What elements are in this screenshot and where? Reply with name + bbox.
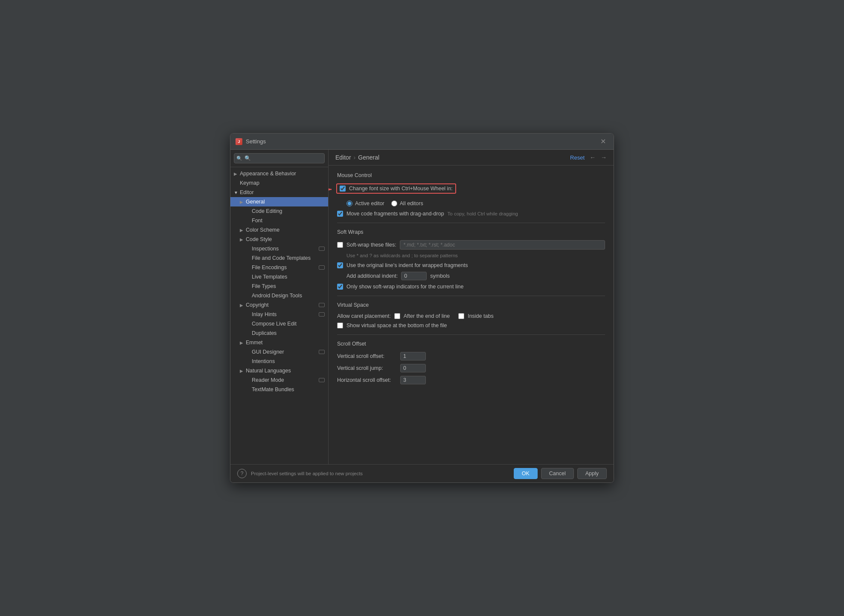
dialog-body: 🔍 ▶ Appearance & Behavior Keymap ▼ bbox=[230, 150, 614, 464]
sidebar-item-label-fe: File Encodings bbox=[252, 264, 287, 270]
sidebar-item-label-inspections: Inspections bbox=[252, 246, 279, 252]
close-button[interactable]: ✕ bbox=[598, 137, 608, 146]
sidebar-item-emmet[interactable]: ▶ Emmet bbox=[230, 338, 328, 347]
radio-all-editors-input[interactable] bbox=[391, 200, 397, 206]
after-end-checkbox[interactable] bbox=[394, 313, 400, 319]
breadcrumb-parent: Editor bbox=[335, 154, 351, 161]
sidebar-item-label-code-style: Code Style bbox=[246, 236, 272, 242]
sidebar-item-reader-mode[interactable]: Reader Mode bbox=[230, 375, 328, 385]
sidebar-item-copyright[interactable]: ▶ Copyright bbox=[230, 300, 328, 310]
only-show-wrap-row: Only show soft-wrap indicators for the c… bbox=[337, 284, 605, 290]
horizontal-offset-input[interactable] bbox=[400, 376, 426, 384]
use-original-indent-checkbox[interactable] bbox=[337, 262, 343, 268]
sidebar-item-inlay-hints[interactable]: Inlay Hints bbox=[230, 310, 328, 319]
sidebar-item-gui-designer[interactable]: GUI Designer bbox=[230, 347, 328, 357]
main-content: Editor › General Reset ← → Mouse Control bbox=[329, 150, 614, 464]
change-font-size-checkbox[interactable] bbox=[340, 186, 346, 192]
soft-wrap-input[interactable] bbox=[400, 240, 605, 250]
sidebar-item-label-code-editing: Code Editing bbox=[252, 208, 282, 214]
sidebar-item-compose-live-edit[interactable]: Compose Live Edit bbox=[230, 319, 328, 328]
add-indent-label: Add additional indent: bbox=[346, 273, 398, 279]
sidebar-item-label-intentions: Intentions bbox=[252, 358, 275, 364]
radio-active-editor: Active editor bbox=[346, 200, 384, 206]
soft-wrap-checkbox[interactable] bbox=[337, 242, 343, 248]
badge-rm bbox=[319, 378, 325, 382]
use-original-indent-row: Use the original line's indent for wrapp… bbox=[337, 262, 605, 268]
show-virtual-label: Show virtual space at the bottom of the … bbox=[346, 323, 447, 328]
forward-button[interactable]: → bbox=[601, 154, 607, 161]
reset-button[interactable]: Reset bbox=[570, 154, 585, 161]
move-code-checkbox[interactable] bbox=[337, 211, 343, 217]
tree-arrow-emmet: ▶ bbox=[240, 340, 246, 345]
only-show-wrap-checkbox[interactable] bbox=[337, 284, 343, 290]
sidebar-item-keymap[interactable]: Keymap bbox=[230, 178, 328, 188]
search-icon: 🔍 bbox=[236, 156, 242, 161]
sidebar-item-code-editing[interactable]: Code Editing bbox=[230, 206, 328, 216]
sidebar-item-label-adt: Android Design Tools bbox=[252, 293, 302, 299]
allow-caret-row: Allow caret placement: After the end of … bbox=[337, 313, 605, 319]
show-virtual-checkbox[interactable] bbox=[337, 323, 343, 328]
radio-active-editor-input[interactable] bbox=[346, 200, 352, 206]
sidebar-item-label-inlay-hints: Inlay Hints bbox=[252, 311, 276, 317]
move-code-row: Move code fragments with drag-and-drop T… bbox=[337, 211, 605, 217]
tree-arrow-general: ▶ bbox=[240, 200, 246, 204]
sidebar-item-font[interactable]: Font bbox=[230, 216, 328, 225]
add-indent-input[interactable] bbox=[401, 272, 427, 280]
sidebar-item-code-style[interactable]: ▶ Code Style bbox=[230, 235, 328, 244]
title-bar: J Settings ✕ bbox=[230, 134, 614, 150]
use-original-indent-label: Use the original line's indent for wrapp… bbox=[346, 262, 468, 268]
move-code-hint: To copy, hold Ctrl while dragging bbox=[448, 211, 518, 216]
search-input[interactable] bbox=[234, 153, 325, 163]
sidebar-item-file-encodings[interactable]: File Encodings bbox=[230, 263, 328, 272]
sidebar-item-intentions[interactable]: Intentions bbox=[230, 357, 328, 366]
footer-hint: Project-level settings will be applied t… bbox=[251, 471, 514, 476]
badge-fe bbox=[319, 265, 325, 270]
footer-buttons: OK Cancel Apply bbox=[514, 468, 607, 479]
cancel-button[interactable]: Cancel bbox=[541, 468, 574, 479]
vertical-offset-label: Vertical scroll offset: bbox=[337, 353, 397, 359]
sidebar-item-android-design[interactable]: Android Design Tools bbox=[230, 291, 328, 300]
sidebar-item-appearance[interactable]: ▶ Appearance & Behavior bbox=[230, 169, 328, 178]
scroll-offset-title: Scroll Offset bbox=[337, 341, 605, 347]
help-button[interactable]: ? bbox=[237, 469, 247, 478]
soft-wrap-label: Soft-wrap these files: bbox=[346, 242, 396, 248]
mouse-control-title: Mouse Control bbox=[337, 172, 605, 178]
ok-button[interactable]: OK bbox=[514, 468, 538, 479]
sidebar-item-inspections[interactable]: Inspections bbox=[230, 244, 328, 253]
sidebar-item-file-types[interactable]: File Types bbox=[230, 282, 328, 291]
sidebar-item-color-scheme[interactable]: ▶ Color Scheme bbox=[230, 225, 328, 235]
annotation-arrow bbox=[329, 183, 335, 195]
sidebar-item-file-code-templates[interactable]: File and Code Templates bbox=[230, 253, 328, 263]
sidebar-item-general[interactable]: ▶ General bbox=[230, 197, 328, 206]
tree-arrow-copy: ▶ bbox=[240, 303, 246, 308]
change-font-size-row: Change font size with Ctrl+Mouse Wheel i… bbox=[336, 183, 456, 194]
sidebar-item-live-templates[interactable]: Live Templates bbox=[230, 272, 328, 282]
sidebar-item-label-appearance: Appearance & Behavior bbox=[240, 171, 296, 177]
sidebar-item-label-font: Font bbox=[252, 218, 262, 224]
sidebar-item-duplicates[interactable]: Duplicates bbox=[230, 328, 328, 338]
sidebar-item-editor[interactable]: ▼ Editor bbox=[230, 188, 328, 197]
vertical-offset-input[interactable] bbox=[400, 352, 426, 360]
sidebar-item-label-ft: File Types bbox=[252, 283, 276, 289]
sidebar-item-label-rm: Reader Mode bbox=[252, 377, 284, 383]
sidebar-item-label-copyright: Copyright bbox=[246, 302, 269, 308]
sidebar-item-label-cle: Compose Live Edit bbox=[252, 321, 297, 327]
vertical-jump-input[interactable] bbox=[400, 364, 426, 372]
sidebar-item-natural-langs[interactable]: ▶ Natural Languages bbox=[230, 366, 328, 375]
badge-copyright bbox=[319, 303, 325, 307]
main-header: Editor › General Reset ← → bbox=[329, 150, 614, 166]
radio-group-editors: Active editor All editors bbox=[346, 200, 605, 206]
badge-inspections bbox=[319, 247, 325, 251]
after-end-label: After the end of line bbox=[404, 313, 450, 319]
apply-button[interactable]: Apply bbox=[577, 468, 607, 479]
vertical-jump-label: Vertical scroll jump: bbox=[337, 365, 397, 371]
only-show-wrap-label: Only show soft-wrap indicators for the c… bbox=[346, 284, 463, 290]
breadcrumb: Editor › General bbox=[335, 154, 570, 161]
back-button[interactable]: ← bbox=[590, 154, 596, 161]
inside-tabs-checkbox[interactable] bbox=[458, 313, 464, 319]
sidebar-item-textmate[interactable]: TextMate Bundles bbox=[230, 385, 328, 394]
badge-gui bbox=[319, 350, 325, 354]
vertical-jump-row: Vertical scroll jump: bbox=[337, 364, 605, 372]
tree-arrow-nl: ▶ bbox=[240, 369, 246, 373]
sidebar-item-label-color-scheme: Color Scheme bbox=[246, 227, 279, 233]
